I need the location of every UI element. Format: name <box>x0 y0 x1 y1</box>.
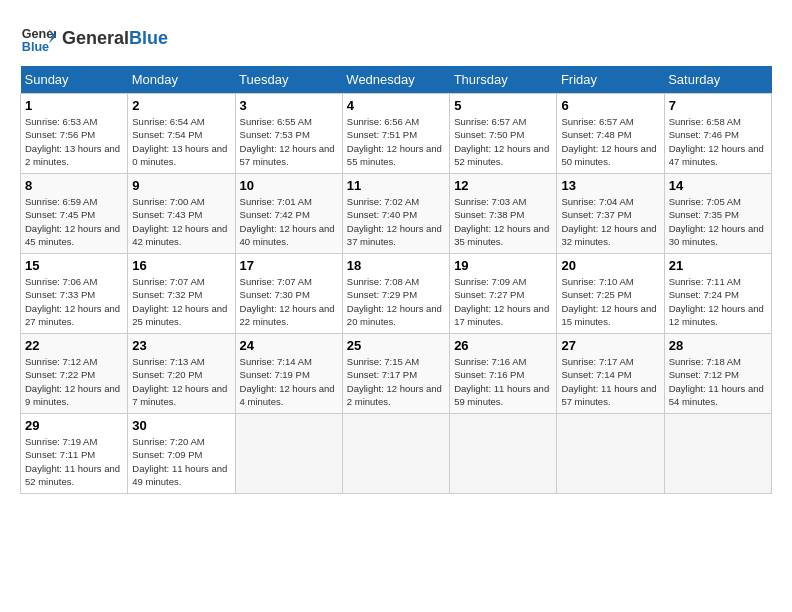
calendar-day: 2 Sunrise: 6:54 AM Sunset: 7:54 PM Dayli… <box>128 94 235 174</box>
calendar-day: 9 Sunrise: 7:00 AM Sunset: 7:43 PM Dayli… <box>128 174 235 254</box>
day-number: 27 <box>561 338 659 353</box>
day-info: Sunrise: 6:57 AM Sunset: 7:48 PM Dayligh… <box>561 115 659 168</box>
calendar-day: 23 Sunrise: 7:13 AM Sunset: 7:20 PM Dayl… <box>128 334 235 414</box>
day-info: Sunrise: 7:06 AM Sunset: 7:33 PM Dayligh… <box>25 275 123 328</box>
day-info: Sunrise: 7:03 AM Sunset: 7:38 PM Dayligh… <box>454 195 552 248</box>
calendar-day: 17 Sunrise: 7:07 AM Sunset: 7:30 PM Dayl… <box>235 254 342 334</box>
day-number: 17 <box>240 258 338 273</box>
day-info: Sunrise: 7:07 AM Sunset: 7:30 PM Dayligh… <box>240 275 338 328</box>
day-info: Sunrise: 7:10 AM Sunset: 7:25 PM Dayligh… <box>561 275 659 328</box>
day-header-friday: Friday <box>557 66 664 94</box>
day-info: Sunrise: 6:55 AM Sunset: 7:53 PM Dayligh… <box>240 115 338 168</box>
calendar-day: 18 Sunrise: 7:08 AM Sunset: 7:29 PM Dayl… <box>342 254 449 334</box>
calendar-day: 30 Sunrise: 7:20 AM Sunset: 7:09 PM Dayl… <box>128 414 235 494</box>
day-number: 15 <box>25 258 123 273</box>
day-number: 13 <box>561 178 659 193</box>
day-info: Sunrise: 7:15 AM Sunset: 7:17 PM Dayligh… <box>347 355 445 408</box>
day-info: Sunrise: 6:56 AM Sunset: 7:51 PM Dayligh… <box>347 115 445 168</box>
day-info: Sunrise: 7:16 AM Sunset: 7:16 PM Dayligh… <box>454 355 552 408</box>
day-info: Sunrise: 7:14 AM Sunset: 7:19 PM Dayligh… <box>240 355 338 408</box>
calendar-day: 28 Sunrise: 7:18 AM Sunset: 7:12 PM Dayl… <box>664 334 771 414</box>
day-number: 23 <box>132 338 230 353</box>
calendar-day: 8 Sunrise: 6:59 AM Sunset: 7:45 PM Dayli… <box>21 174 128 254</box>
day-info: Sunrise: 6:59 AM Sunset: 7:45 PM Dayligh… <box>25 195 123 248</box>
calendar-day: 11 Sunrise: 7:02 AM Sunset: 7:40 PM Dayl… <box>342 174 449 254</box>
day-number: 21 <box>669 258 767 273</box>
calendar-header-row: SundayMondayTuesdayWednesdayThursdayFrid… <box>21 66 772 94</box>
day-info: Sunrise: 7:05 AM Sunset: 7:35 PM Dayligh… <box>669 195 767 248</box>
calendar-day: 20 Sunrise: 7:10 AM Sunset: 7:25 PM Dayl… <box>557 254 664 334</box>
day-number: 2 <box>132 98 230 113</box>
day-info: Sunrise: 7:11 AM Sunset: 7:24 PM Dayligh… <box>669 275 767 328</box>
day-number: 11 <box>347 178 445 193</box>
day-number: 28 <box>669 338 767 353</box>
day-info: Sunrise: 7:18 AM Sunset: 7:12 PM Dayligh… <box>669 355 767 408</box>
day-info: Sunrise: 7:20 AM Sunset: 7:09 PM Dayligh… <box>132 435 230 488</box>
calendar-day: 14 Sunrise: 7:05 AM Sunset: 7:35 PM Dayl… <box>664 174 771 254</box>
calendar-day: 29 Sunrise: 7:19 AM Sunset: 7:11 PM Dayl… <box>21 414 128 494</box>
day-number: 5 <box>454 98 552 113</box>
day-number: 30 <box>132 418 230 433</box>
logo: General Blue GeneralBlue <box>20 20 168 56</box>
calendar-day: 16 Sunrise: 7:07 AM Sunset: 7:32 PM Dayl… <box>128 254 235 334</box>
calendar-day: 1 Sunrise: 6:53 AM Sunset: 7:56 PM Dayli… <box>21 94 128 174</box>
day-number: 16 <box>132 258 230 273</box>
day-header-sunday: Sunday <box>21 66 128 94</box>
calendar-day <box>557 414 664 494</box>
day-number: 7 <box>669 98 767 113</box>
day-number: 12 <box>454 178 552 193</box>
day-number: 18 <box>347 258 445 273</box>
calendar-day: 13 Sunrise: 7:04 AM Sunset: 7:37 PM Dayl… <box>557 174 664 254</box>
calendar-day <box>450 414 557 494</box>
day-number: 24 <box>240 338 338 353</box>
day-info: Sunrise: 7:04 AM Sunset: 7:37 PM Dayligh… <box>561 195 659 248</box>
calendar-day: 3 Sunrise: 6:55 AM Sunset: 7:53 PM Dayli… <box>235 94 342 174</box>
calendar-day: 6 Sunrise: 6:57 AM Sunset: 7:48 PM Dayli… <box>557 94 664 174</box>
day-number: 6 <box>561 98 659 113</box>
day-info: Sunrise: 7:08 AM Sunset: 7:29 PM Dayligh… <box>347 275 445 328</box>
day-info: Sunrise: 7:13 AM Sunset: 7:20 PM Dayligh… <box>132 355 230 408</box>
day-info: Sunrise: 7:01 AM Sunset: 7:42 PM Dayligh… <box>240 195 338 248</box>
day-info: Sunrise: 6:58 AM Sunset: 7:46 PM Dayligh… <box>669 115 767 168</box>
calendar-day <box>664 414 771 494</box>
day-number: 29 <box>25 418 123 433</box>
day-header-tuesday: Tuesday <box>235 66 342 94</box>
calendar-day: 15 Sunrise: 7:06 AM Sunset: 7:33 PM Dayl… <box>21 254 128 334</box>
day-number: 25 <box>347 338 445 353</box>
day-info: Sunrise: 6:53 AM Sunset: 7:56 PM Dayligh… <box>25 115 123 168</box>
day-number: 19 <box>454 258 552 273</box>
day-number: 20 <box>561 258 659 273</box>
logo-text: GeneralBlue <box>62 28 168 49</box>
calendar-day <box>342 414 449 494</box>
day-info: Sunrise: 7:07 AM Sunset: 7:32 PM Dayligh… <box>132 275 230 328</box>
day-info: Sunrise: 6:57 AM Sunset: 7:50 PM Dayligh… <box>454 115 552 168</box>
calendar-day: 24 Sunrise: 7:14 AM Sunset: 7:19 PM Dayl… <box>235 334 342 414</box>
day-number: 26 <box>454 338 552 353</box>
logo-icon: General Blue <box>20 20 56 56</box>
day-number: 10 <box>240 178 338 193</box>
day-number: 9 <box>132 178 230 193</box>
calendar-day: 5 Sunrise: 6:57 AM Sunset: 7:50 PM Dayli… <box>450 94 557 174</box>
calendar-week-5: 29 Sunrise: 7:19 AM Sunset: 7:11 PM Dayl… <box>21 414 772 494</box>
calendar-day: 12 Sunrise: 7:03 AM Sunset: 7:38 PM Dayl… <box>450 174 557 254</box>
calendar-day: 25 Sunrise: 7:15 AM Sunset: 7:17 PM Dayl… <box>342 334 449 414</box>
calendar-day: 26 Sunrise: 7:16 AM Sunset: 7:16 PM Dayl… <box>450 334 557 414</box>
calendar-day: 27 Sunrise: 7:17 AM Sunset: 7:14 PM Dayl… <box>557 334 664 414</box>
day-header-monday: Monday <box>128 66 235 94</box>
day-header-wednesday: Wednesday <box>342 66 449 94</box>
calendar-day: 19 Sunrise: 7:09 AM Sunset: 7:27 PM Dayl… <box>450 254 557 334</box>
day-info: Sunrise: 7:00 AM Sunset: 7:43 PM Dayligh… <box>132 195 230 248</box>
day-info: Sunrise: 7:02 AM Sunset: 7:40 PM Dayligh… <box>347 195 445 248</box>
day-number: 1 <box>25 98 123 113</box>
day-header-thursday: Thursday <box>450 66 557 94</box>
calendar-day: 10 Sunrise: 7:01 AM Sunset: 7:42 PM Dayl… <box>235 174 342 254</box>
day-info: Sunrise: 7:09 AM Sunset: 7:27 PM Dayligh… <box>454 275 552 328</box>
day-info: Sunrise: 7:17 AM Sunset: 7:14 PM Dayligh… <box>561 355 659 408</box>
day-number: 22 <box>25 338 123 353</box>
day-header-saturday: Saturday <box>664 66 771 94</box>
calendar-week-3: 15 Sunrise: 7:06 AM Sunset: 7:33 PM Dayl… <box>21 254 772 334</box>
calendar-day: 21 Sunrise: 7:11 AM Sunset: 7:24 PM Dayl… <box>664 254 771 334</box>
calendar-day: 4 Sunrise: 6:56 AM Sunset: 7:51 PM Dayli… <box>342 94 449 174</box>
calendar-table: SundayMondayTuesdayWednesdayThursdayFrid… <box>20 66 772 494</box>
calendar-day: 22 Sunrise: 7:12 AM Sunset: 7:22 PM Dayl… <box>21 334 128 414</box>
